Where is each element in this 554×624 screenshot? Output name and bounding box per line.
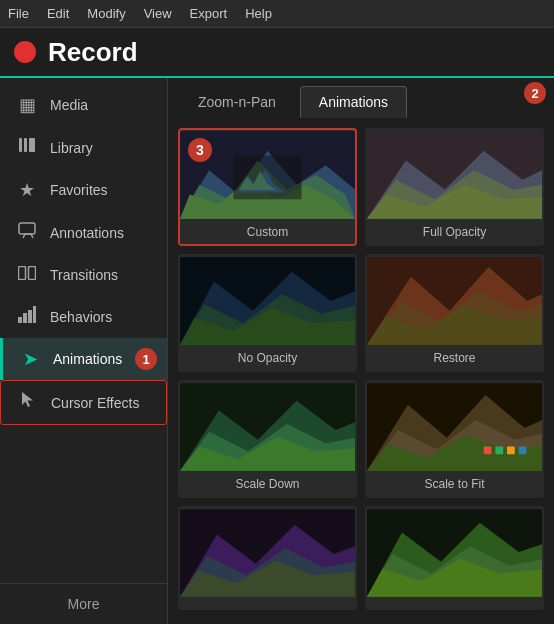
item7-label: [180, 598, 355, 608]
sidebar: ▦ Media Library ★ Favorites: [0, 78, 168, 624]
full-opacity-label: Full Opacity: [367, 220, 542, 244]
menu-help[interactable]: Help: [245, 6, 272, 21]
grid-item-custom[interactable]: 3 Custom: [178, 128, 357, 246]
content-area: Zoom-n-Pan Animations 2: [168, 78, 554, 624]
animations-icon: ➤: [19, 348, 41, 370]
menu-bar: File Edit Modify View Export Help: [0, 0, 554, 28]
custom-thumb: 3: [180, 130, 355, 220]
sidebar-more-button[interactable]: More: [0, 583, 167, 624]
grid-item-full-opacity[interactable]: Full Opacity: [365, 128, 544, 246]
animations-grid: 3 Custom Full Opacity: [168, 118, 554, 624]
custom-label: Custom: [180, 220, 355, 244]
grid-item-7[interactable]: [178, 506, 357, 610]
sidebar-item-animations[interactable]: ➤ Animations 1: [0, 338, 167, 380]
transitions-icon: [16, 264, 38, 285]
grid-item-no-opacity[interactable]: No Opacity: [178, 254, 357, 372]
svg-rect-1: [24, 138, 27, 152]
sidebar-item-label: Media: [50, 97, 88, 113]
menu-file[interactable]: File: [8, 6, 29, 21]
tab-animations-badge: 2: [524, 82, 546, 104]
record-dot-icon: [14, 41, 36, 63]
no-opacity-thumb: [180, 256, 355, 346]
library-icon: [16, 136, 38, 159]
animations-badge: 1: [135, 348, 157, 370]
svg-rect-6: [18, 317, 22, 323]
svg-rect-21: [367, 131, 542, 219]
annotations-icon: [16, 221, 38, 244]
sidebar-item-library[interactable]: Library: [0, 126, 167, 169]
tab-zoom-n-pan[interactable]: Zoom-n-Pan: [180, 87, 294, 117]
sidebar-behaviors-label: Behaviors: [50, 309, 112, 325]
menu-export[interactable]: Export: [190, 6, 228, 21]
full-opacity-thumb: [367, 130, 542, 220]
restore-label: Restore: [367, 346, 542, 370]
menu-view[interactable]: View: [144, 6, 172, 21]
svg-rect-42: [507, 446, 515, 454]
svg-rect-9: [33, 306, 36, 323]
grid-item-8[interactable]: [365, 506, 544, 610]
sidebar-item-behaviors[interactable]: Behaviors: [0, 295, 167, 338]
sidebar-cursor-label: Cursor Effects: [51, 395, 139, 411]
svg-rect-2: [29, 138, 35, 152]
item7-thumb: [180, 508, 355, 598]
scale-down-thumb: [180, 382, 355, 472]
scale-to-fit-thumb: [367, 382, 542, 472]
svg-rect-5: [29, 267, 36, 280]
cursor-icon: [17, 391, 39, 414]
sidebar-animations-label: Animations: [53, 351, 122, 367]
svg-rect-0: [19, 138, 22, 152]
svg-rect-41: [495, 446, 503, 454]
no-opacity-label: No Opacity: [180, 346, 355, 370]
item8-thumb: [367, 508, 542, 598]
svg-rect-31: [367, 257, 542, 345]
tab-animations[interactable]: Animations: [300, 86, 407, 118]
tabs-bar: Zoom-n-Pan Animations 2: [168, 78, 554, 118]
svg-rect-4: [19, 267, 26, 280]
item8-label: [367, 598, 542, 608]
sidebar-item-transitions[interactable]: Transitions: [0, 254, 167, 295]
svg-rect-43: [519, 446, 527, 454]
scale-to-fit-label: Scale to Fit: [367, 472, 542, 496]
svg-rect-40: [484, 446, 492, 454]
behaviors-icon: [16, 305, 38, 328]
header: Record: [0, 28, 554, 78]
custom-badge: 3: [188, 138, 212, 162]
restore-thumb: [367, 256, 542, 346]
menu-edit[interactable]: Edit: [47, 6, 69, 21]
svg-rect-8: [28, 310, 32, 323]
sidebar-annotations-label: Annotations: [50, 225, 124, 241]
svg-rect-3: [19, 223, 35, 234]
svg-rect-7: [23, 313, 27, 323]
media-icon: ▦: [16, 94, 38, 116]
scale-down-label: Scale Down: [180, 472, 355, 496]
sidebar-item-cursor-effects[interactable]: Cursor Effects: [0, 380, 167, 425]
grid-item-scale-down[interactable]: Scale Down: [178, 380, 357, 498]
main-layout: ▦ Media Library ★ Favorites: [0, 78, 554, 624]
sidebar-item-media[interactable]: ▦ Media: [0, 84, 167, 126]
star-icon: ★: [16, 179, 38, 201]
sidebar-item-annotations[interactable]: Annotations: [0, 211, 167, 254]
grid-item-restore[interactable]: Restore: [365, 254, 544, 372]
svg-rect-26: [180, 257, 355, 345]
menu-modify[interactable]: Modify: [87, 6, 125, 21]
sidebar-library-label: Library: [50, 140, 93, 156]
sidebar-favorites-label: Favorites: [50, 182, 108, 198]
sidebar-item-favorites[interactable]: ★ Favorites: [0, 169, 167, 211]
page-title: Record: [48, 37, 138, 68]
sidebar-transitions-label: Transitions: [50, 267, 118, 283]
grid-item-scale-to-fit[interactable]: Scale to Fit: [365, 380, 544, 498]
